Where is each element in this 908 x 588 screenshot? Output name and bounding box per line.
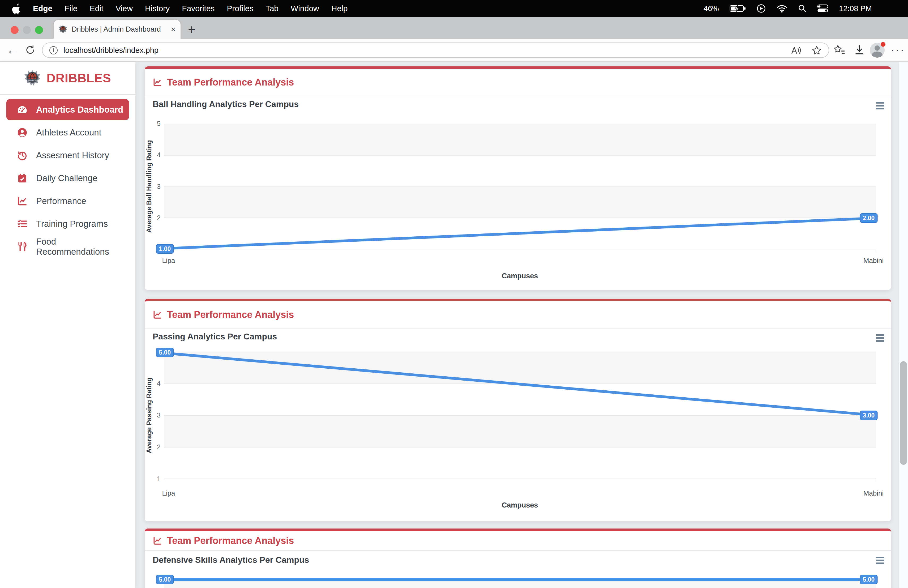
browser-tab[interactable]: Dribbles | Admin Dashboard × xyxy=(54,20,180,39)
y-tick: 2 xyxy=(149,214,161,222)
chart-title: Passing Analytics Per Campus xyxy=(153,332,277,342)
y-tick: 2 xyxy=(149,443,161,451)
chart-menu-icon[interactable] xyxy=(876,334,884,342)
series-line xyxy=(164,124,876,250)
chart-menu-icon[interactable] xyxy=(876,557,884,564)
battery-icon[interactable] xyxy=(729,5,746,13)
menu-view[interactable]: View xyxy=(116,4,132,13)
menu-edit[interactable]: Edit xyxy=(90,4,103,13)
browser-tab-strip: Dribbles | Admin Dashboard × + xyxy=(0,17,908,39)
sidebar-item-label: Assesment History xyxy=(36,150,109,160)
menu-tab[interactable]: Tab xyxy=(266,4,279,13)
chart-line-icon xyxy=(153,310,162,319)
window-minimize-button[interactable] xyxy=(23,26,31,34)
menu-window[interactable]: Window xyxy=(291,4,319,13)
series-line xyxy=(164,578,876,581)
sidebar: DRIBBLES DRIBBLES Analytics Dashboard At… xyxy=(0,62,135,588)
window-close-button[interactable] xyxy=(11,26,19,34)
menu-help[interactable]: Help xyxy=(331,4,348,13)
settings-more-icon[interactable]: ··· xyxy=(890,39,906,61)
data-label-badge: 5.00 xyxy=(156,348,174,357)
svg-text:DRIBBLES: DRIBBLES xyxy=(27,79,37,82)
data-label-badge: 3.00 xyxy=(860,411,878,420)
downloads-icon[interactable] xyxy=(851,39,868,61)
x-axis-label: Lipa xyxy=(162,256,175,265)
macos-menu-bar: Edge File Edit View History Favorites Pr… xyxy=(0,0,908,17)
page-content: DRIBBLES DRIBBLES Analytics Dashboard At… xyxy=(0,62,908,588)
card-header: Team Performance Analysis xyxy=(145,301,891,329)
address-bar[interactable]: i localhost/dribbles/index.php xyxy=(42,42,829,58)
reload-button[interactable] xyxy=(23,39,38,61)
sidebar-item-label: Athletes Account xyxy=(36,127,101,138)
menu-history[interactable]: History xyxy=(145,4,170,13)
clock: 12:08 PM xyxy=(839,4,872,13)
sidebar-item-training-programs[interactable]: Training Programs xyxy=(6,213,129,235)
sidebar-item-assesment-history[interactable]: Assesment History xyxy=(6,145,129,166)
sidebar-item-label: Training Programs xyxy=(36,219,108,229)
profile-notification-dot xyxy=(881,42,885,47)
data-label-badge: 5.00 xyxy=(860,575,878,584)
brand-logo: DRIBBLES xyxy=(24,69,40,87)
sidebar-item-label: Analytics Dashboard xyxy=(36,105,123,115)
chart-line-icon xyxy=(153,536,162,546)
window-zoom-button[interactable] xyxy=(35,26,43,34)
user-circle-icon xyxy=(17,127,27,138)
control-center-icon[interactable] xyxy=(817,4,828,13)
utensils-icon xyxy=(17,242,27,252)
scrollbar-thumb[interactable] xyxy=(900,361,907,465)
chart-menu-icon[interactable] xyxy=(876,102,884,110)
card-header: Team Performance Analysis xyxy=(145,531,891,551)
sidebar-item-label: Food Recommendations xyxy=(36,237,129,257)
tab-close-icon[interactable]: × xyxy=(171,25,176,34)
x-axis-title: Campuses xyxy=(502,501,538,509)
menu-profiles[interactable]: Profiles xyxy=(227,4,254,13)
series-line xyxy=(164,352,876,479)
favorite-star-icon[interactable] xyxy=(811,45,822,55)
collections-icon[interactable] xyxy=(831,39,848,61)
menu-items: Edge File Edit View History Favorites Pr… xyxy=(33,4,348,13)
chart-title: Defensive Skills Analytics Per Campus xyxy=(153,555,309,565)
sidebar-item-daily-challenge[interactable]: Daily Challenge xyxy=(6,168,129,189)
favicon xyxy=(58,25,68,34)
sidebar-nav: Analytics Dashboard Athletes Account Ass… xyxy=(6,99,129,259)
y-tick: 5 xyxy=(149,120,161,127)
history-icon xyxy=(17,150,27,161)
y-tick: 3 xyxy=(149,411,161,419)
profile-avatar[interactable] xyxy=(870,43,885,58)
read-aloud-icon[interactable] xyxy=(791,46,802,55)
y-tick: 4 xyxy=(149,380,161,387)
spotlight-search-icon[interactable] xyxy=(798,4,807,13)
brand[interactable]: DRIBBLES DRIBBLES xyxy=(0,62,135,95)
gauge-icon xyxy=(17,105,27,115)
browser-toolbar: ← i localhost/dribbles/index.php xyxy=(0,39,908,62)
screen-mirroring-icon[interactable] xyxy=(757,4,766,13)
sidebar-item-athletes-account[interactable]: Athletes Account xyxy=(6,122,129,143)
data-label-badge: 1.00 xyxy=(156,244,174,254)
site-info-icon[interactable]: i xyxy=(49,46,58,55)
data-label-badge: 2.00 xyxy=(860,213,878,223)
sidebar-item-analytics-dashboard[interactable]: Analytics Dashboard xyxy=(6,99,129,120)
page-scrollbar[interactable] xyxy=(898,62,908,588)
plot-area xyxy=(164,352,876,479)
wifi-icon[interactable] xyxy=(776,4,787,13)
apple-icon[interactable] xyxy=(12,3,21,14)
screen: Edge File Edit View History Favorites Pr… xyxy=(0,0,908,588)
url-text: localhost/dribbles/index.php xyxy=(63,46,791,55)
menu-favorites[interactable]: Favorites xyxy=(182,4,214,13)
new-tab-button[interactable]: + xyxy=(184,22,199,37)
x-axis-title: Campuses xyxy=(502,272,538,280)
back-button[interactable]: ← xyxy=(5,39,20,61)
x-axis-label: Lipa xyxy=(162,489,175,498)
menu-edge[interactable]: Edge xyxy=(33,4,52,13)
tab-title: Dribbles | Admin Dashboard xyxy=(72,25,168,34)
x-axis-label: Mabini xyxy=(863,256,884,265)
chart-line-icon xyxy=(17,196,27,206)
data-label-badge: 5.00 xyxy=(156,575,174,584)
sidebar-item-performance[interactable]: Performance xyxy=(6,190,129,212)
x-axis-label: Mabini xyxy=(863,489,884,498)
sidebar-item-food-recommendations[interactable]: Food Recommendations xyxy=(6,236,129,257)
menu-file[interactable]: File xyxy=(64,4,77,13)
card-passing: Team Performance Analysis Passing Analyt… xyxy=(145,299,891,521)
calendar-check-icon xyxy=(17,173,27,184)
chart-line-icon xyxy=(153,77,162,87)
